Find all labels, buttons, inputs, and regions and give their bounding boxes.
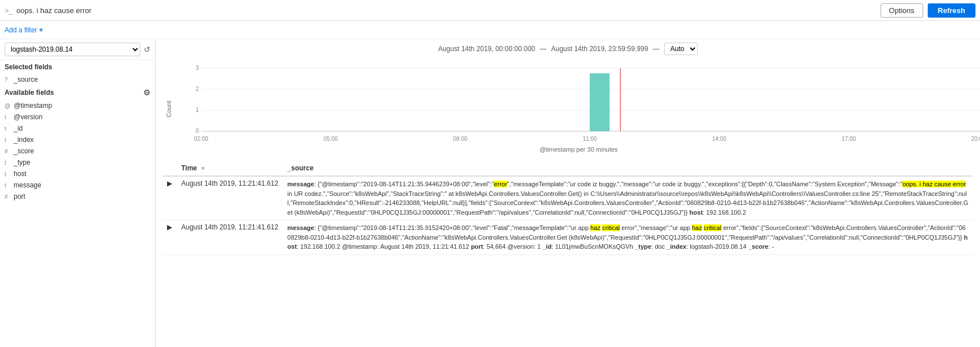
options-button[interactable]: Options (881, 3, 923, 18)
table-row: ▶August 14th 2019, 11:21:41.612message: … (162, 176, 973, 220)
svg-text:3: 3 (195, 65, 199, 71)
svg-text:05:00: 05:00 (323, 136, 337, 142)
time-cell: August 14th 2019, 11:21:41.612 (177, 176, 283, 220)
svg-text:08:00: 08:00 (453, 136, 467, 142)
results-tbody: ▶August 14th 2019, 11:21:41.612message: … (162, 176, 973, 254)
datetime-start: August 14th 2019, 00:00:00.000 (438, 45, 535, 53)
sort-icon: ▼ (200, 165, 206, 172)
field-name: _score (14, 147, 151, 155)
content-area: August 14th 2019, 00:00:00.000 — August … (156, 39, 980, 347)
svg-rect-9 (590, 73, 610, 131)
field-name: host (14, 170, 151, 178)
field-name: @version (14, 113, 151, 121)
time-col-header[interactable]: Time ▼ (177, 161, 283, 176)
available-field-item[interactable]: t_index (0, 134, 155, 145)
available-field-item[interactable]: thost (0, 168, 155, 179)
top-bar-actions: Options Refresh (881, 3, 975, 18)
available-field-item[interactable]: t_type (0, 157, 155, 168)
expand-cell: ▶ (162, 176, 177, 220)
source-cell: message: {"@timestamp":"2019-08-14T11:21… (283, 220, 973, 255)
source-col-header: _source (283, 161, 973, 176)
field-name: _source (14, 76, 151, 83)
field-name: _type (14, 158, 151, 166)
time-cell: August 14th 2019, 11:21:41.612 (177, 220, 283, 255)
field-type: @ (5, 103, 10, 109)
field-name: port (14, 193, 151, 200)
svg-text:2: 2 (195, 86, 199, 92)
selected-fields-header: Selected fields (0, 60, 155, 74)
svg-text:1: 1 (195, 107, 199, 113)
refresh-button[interactable]: Refresh (928, 3, 975, 18)
available-field-item[interactable]: #_score (0, 145, 155, 157)
available-field-item[interactable]: t_id (0, 123, 155, 134)
selected-fields-list: ?_source (0, 74, 155, 85)
svg-text:11:00: 11:00 (582, 136, 597, 142)
field-type: t (5, 171, 10, 177)
refresh-index-button[interactable]: ↺ (144, 45, 151, 54)
field-type: ? (5, 77, 10, 83)
datetime-bar: August 14th 2019, 00:00:00.000 — August … (156, 39, 980, 58)
field-type: t (5, 160, 10, 166)
sidebar: logstash-2019.08.14 ↺ Selected fields ?_… (0, 39, 156, 347)
datetime-end: August 14th 2019, 23:59:59.999 (551, 45, 648, 53)
add-filter-link[interactable]: Add a filter + (5, 26, 43, 34)
available-field-item[interactable]: tmessage (0, 179, 155, 191)
field-type: # (5, 194, 10, 200)
expand-col-header (162, 161, 177, 176)
field-name: @timestamp (14, 102, 151, 110)
index-select[interactable]: logstash-2019.08.14 (5, 43, 140, 56)
selected-field-item[interactable]: ?_source (0, 74, 155, 85)
chart-svg: 3 2 1 0 02:00 05:00 08:00 (189, 58, 980, 149)
gear-icon[interactable]: ⚙ (143, 88, 151, 97)
field-type: # (5, 148, 10, 154)
expand-button[interactable]: ▶ (167, 223, 172, 231)
filter-bar: Add a filter + (0, 21, 980, 39)
svg-text:0: 0 (195, 128, 199, 134)
available-fields-header: Available fields ⚙ (0, 85, 155, 100)
available-field-item[interactable]: t@version (0, 111, 155, 123)
search-prompt-icon: >_ (5, 6, 13, 15)
svg-text:17:00: 17:00 (841, 136, 856, 142)
field-type: t (5, 126, 10, 132)
interval-select[interactable]: Auto (664, 43, 698, 55)
available-field-item[interactable]: #port (0, 191, 155, 202)
main-layout: logstash-2019.08.14 ↺ Selected fields ?_… (0, 39, 980, 347)
field-name: message (14, 181, 151, 189)
svg-text:20:00: 20:00 (971, 136, 980, 142)
source-cell: message: {"@timestamp":"2019-08-14T11:21… (283, 176, 973, 220)
chart-y-label: Count (165, 101, 172, 117)
svg-text:02:00: 02:00 (194, 136, 208, 142)
datetime-separator2: — (653, 45, 660, 53)
field-type: t (5, 137, 10, 143)
table-row: ▶August 14th 2019, 11:21:41.612message: … (162, 220, 973, 255)
expand-button[interactable]: ▶ (167, 179, 172, 187)
field-type: t (5, 182, 10, 189)
plus-icon: + (39, 26, 43, 34)
chart-x-label: @timestamp per 30 minutes (189, 146, 969, 153)
results-table: Time ▼ _source ▶August 14th 2019, 11:21:… (162, 161, 973, 255)
svg-text:14:00: 14:00 (712, 136, 726, 142)
field-name: _index (14, 136, 151, 144)
results-area: Time ▼ _source ▶August 14th 2019, 11:21:… (156, 161, 980, 255)
datetime-dash: — (540, 45, 547, 53)
search-input[interactable] (16, 6, 881, 15)
expand-cell: ▶ (162, 220, 177, 255)
chart-container: Count 3 2 1 0 02:0 (156, 58, 980, 161)
available-fields-list: @@timestampt@versiont_idt_index#_scoret_… (0, 100, 155, 202)
top-bar: >_ Options Refresh (0, 0, 980, 21)
available-field-item[interactable]: @@timestamp (0, 100, 155, 111)
field-type: t (5, 114, 10, 120)
field-name: _id (14, 124, 151, 132)
index-row: logstash-2019.08.14 ↺ (0, 39, 155, 60)
